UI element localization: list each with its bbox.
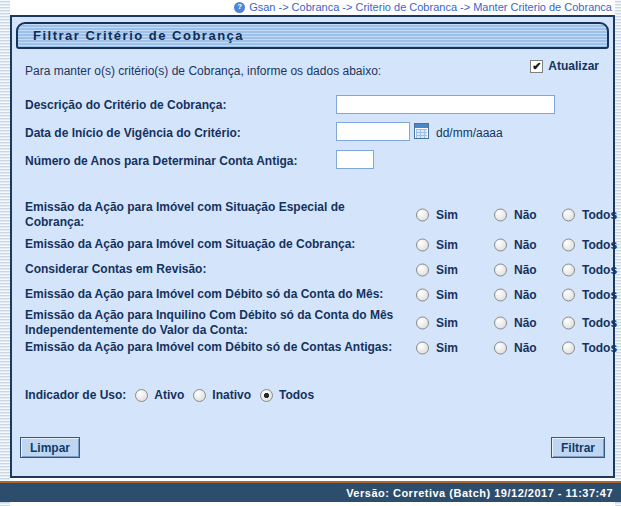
indicador-uso-group: Indicador de Uso: Ativo Inativo Todos bbox=[25, 388, 314, 402]
radio-nao-label: Não bbox=[514, 316, 537, 330]
radio-sim-label: Sim bbox=[436, 263, 458, 277]
calendar-icon[interactable] bbox=[414, 123, 429, 139]
radio-sim-label: Sim bbox=[436, 238, 458, 252]
radio-sim[interactable] bbox=[416, 263, 429, 276]
indicador-todos-label: Todos bbox=[279, 388, 314, 402]
data-vigencia-input[interactable] bbox=[336, 122, 410, 141]
radio-nao-label: Não bbox=[514, 288, 537, 302]
radio-sim-label: Sim bbox=[436, 288, 458, 302]
indicador-radio-ativo[interactable] bbox=[135, 389, 148, 402]
radio-row-inquilino-debito: Emissão da Ação para Inquilino Com Débit… bbox=[25, 308, 607, 338]
radio-nao[interactable] bbox=[494, 238, 507, 251]
radio-row-contas-revisao: Considerar Contas em Revisão: Sim Não To… bbox=[25, 262, 607, 278]
right-stripe-border bbox=[615, 0, 621, 506]
radio-todos-label: Todos bbox=[582, 238, 617, 252]
radio-row-situacao-cobranca: Emissão da Ação para Imóvel com Situação… bbox=[25, 237, 607, 253]
radio-sim[interactable] bbox=[416, 288, 429, 301]
radio-todos[interactable] bbox=[562, 263, 575, 276]
radio-todos[interactable] bbox=[562, 316, 575, 329]
radio-nao-label: Não bbox=[514, 263, 537, 277]
atualizar-checkbox[interactable] bbox=[530, 60, 543, 73]
radio-nao-label: Não bbox=[514, 341, 537, 355]
help-icon[interactable]: ? bbox=[234, 2, 245, 13]
radio-nao[interactable] bbox=[494, 208, 507, 221]
indicador-uso-label: Indicador de Uso: bbox=[25, 388, 126, 402]
radio-nao[interactable] bbox=[494, 263, 507, 276]
radio-nao[interactable] bbox=[494, 316, 507, 329]
descricao-input[interactable] bbox=[336, 95, 555, 114]
radio-todos[interactable] bbox=[562, 238, 575, 251]
intro-text: Para manter o(s) critério(s) de Cobrança… bbox=[25, 64, 381, 78]
indicador-inativo-label: Inativo bbox=[212, 388, 251, 402]
anos-conta-antiga-label: Número de Anos para Determinar Conta Ant… bbox=[25, 154, 297, 168]
indicador-ativo-label: Ativo bbox=[154, 388, 184, 402]
breadcrumb-bar: ? Gsan -> Cobranca -> Criterio de Cobran… bbox=[10, 0, 615, 14]
radio-sim-label: Sim bbox=[436, 208, 458, 222]
descricao-label: Descrição do Critério de Cobrança: bbox=[25, 98, 226, 112]
radio-sim[interactable] bbox=[416, 238, 429, 251]
date-format-hint: dd/mm/aaaa bbox=[436, 126, 503, 140]
radio-sim[interactable] bbox=[416, 316, 429, 329]
atualizar-label: Atualizar bbox=[548, 59, 599, 73]
radio-todos-label: Todos bbox=[582, 263, 617, 277]
radio-row-label: Emissão da Ação para Imóvel com Situação… bbox=[25, 237, 397, 252]
radio-sim[interactable] bbox=[416, 208, 429, 221]
radio-row-situacao-especial: Emissão da Ação para Imóvel com Situação… bbox=[25, 200, 607, 230]
radio-row-contas-antigas: Emissão da Ação para Imóvel com Débito s… bbox=[25, 340, 607, 356]
radio-todos-label: Todos bbox=[582, 316, 617, 330]
radio-todos-label: Todos bbox=[582, 288, 617, 302]
indicador-radio-inativo[interactable] bbox=[193, 389, 206, 402]
radio-row-label: Considerar Contas em Revisão: bbox=[25, 262, 397, 277]
calendar-icon-header bbox=[415, 124, 428, 128]
radio-todos[interactable] bbox=[562, 341, 575, 354]
limpar-button[interactable]: Limpar bbox=[20, 437, 80, 458]
radio-row-debito-conta-mes: Emissão da Ação para Imóvel com Débito s… bbox=[25, 287, 607, 303]
page-title-text: Filtrar Critério de Cobrança bbox=[33, 28, 244, 43]
radio-sim-label: Sim bbox=[436, 341, 458, 355]
radio-todos[interactable] bbox=[562, 288, 575, 301]
version-text: Versão: Corretiva (Batch) 19/12/2017 - 1… bbox=[346, 487, 613, 499]
radio-sim-label: Sim bbox=[436, 316, 458, 330]
left-stripe-border bbox=[0, 0, 10, 506]
radio-sim[interactable] bbox=[416, 341, 429, 354]
radio-row-label: Emissão da Ação para Imóvel com Débito s… bbox=[25, 340, 397, 355]
version-bar: Versão: Corretiva (Batch) 19/12/2017 - 1… bbox=[0, 483, 621, 502]
data-vigencia-label: Data de Início de Vigência do Critério: bbox=[25, 126, 241, 140]
radio-todos-label: Todos bbox=[582, 341, 617, 355]
anos-conta-antiga-input[interactable] bbox=[336, 150, 374, 169]
atualizar-option: Atualizar bbox=[530, 59, 599, 73]
radio-row-label: Emissão da Ação para Imóvel com Débito s… bbox=[25, 287, 397, 302]
breadcrumb: Gsan -> Cobranca -> Criterio de Cobranca… bbox=[249, 1, 612, 13]
radio-todos[interactable] bbox=[562, 208, 575, 221]
radio-nao-label: Não bbox=[514, 208, 537, 222]
filter-panel: Filtrar Critério de Cobrança Para manter… bbox=[10, 15, 615, 478]
calendar-icon-grid bbox=[416, 129, 427, 139]
radio-nao[interactable] bbox=[494, 288, 507, 301]
radio-todos-label: Todos bbox=[582, 208, 617, 222]
radio-nao[interactable] bbox=[494, 341, 507, 354]
page-title: Filtrar Critério de Cobrança bbox=[16, 22, 609, 49]
radio-nao-label: Não bbox=[514, 238, 537, 252]
radio-row-label: Emissão da Ação para Imóvel com Situação… bbox=[25, 200, 397, 230]
radio-row-label: Emissão da Ação para Inquilino Com Débit… bbox=[25, 308, 397, 338]
filtrar-button[interactable]: Filtrar bbox=[551, 437, 605, 458]
indicador-radio-todos[interactable] bbox=[260, 389, 273, 402]
